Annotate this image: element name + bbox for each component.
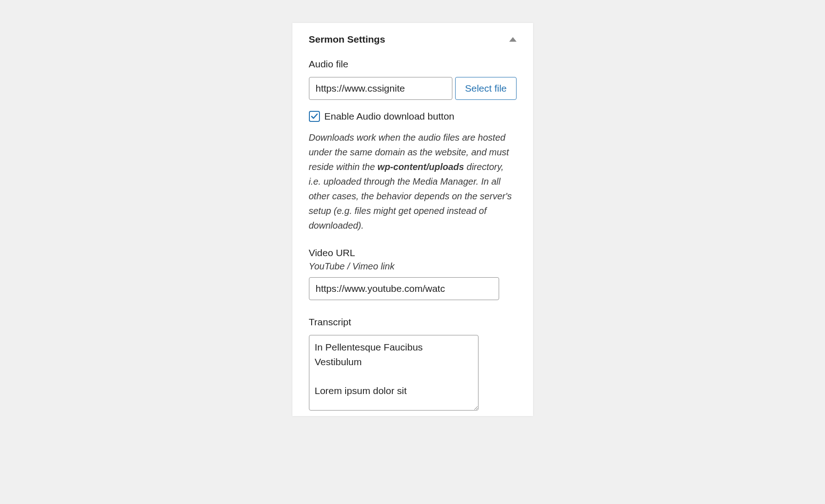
panel-header[interactable]: Sermon Settings <box>309 34 517 45</box>
collapse-up-icon[interactable] <box>509 37 517 42</box>
transcript-label: Transcript <box>309 317 517 328</box>
transcript-textarea[interactable] <box>309 335 478 411</box>
video-sub-label: YouTube / Vimeo link <box>309 261 517 272</box>
enable-download-checkbox[interactable] <box>309 111 320 122</box>
panel-title: Sermon Settings <box>309 34 385 45</box>
audio-file-label: Audio file <box>309 59 517 70</box>
download-help-text: Downloads work when the audio files are … <box>309 130 517 233</box>
audio-file-input[interactable] <box>309 77 453 100</box>
video-url-label: Video URL <box>309 247 517 258</box>
download-checkbox-label: Enable Audio download button <box>324 111 455 122</box>
transcript-section: Transcript <box>309 317 517 412</box>
select-file-button[interactable]: Select file <box>455 77 516 100</box>
video-url-section: Video URL YouTube / Vimeo link <box>309 247 517 313</box>
audio-input-row: Select file <box>309 77 517 100</box>
checkmark-icon <box>311 113 318 120</box>
audio-file-section: Audio file Select file <box>309 59 517 100</box>
sermon-settings-panel: Sermon Settings Audio file Select file E… <box>292 23 533 416</box>
download-checkbox-row: Enable Audio download button <box>309 111 517 122</box>
video-url-input[interactable] <box>309 277 499 300</box>
help-text-bold: wp-content/uploads <box>378 162 464 172</box>
help-text-part2: directory, i.e. uploaded through the Med… <box>309 162 512 230</box>
